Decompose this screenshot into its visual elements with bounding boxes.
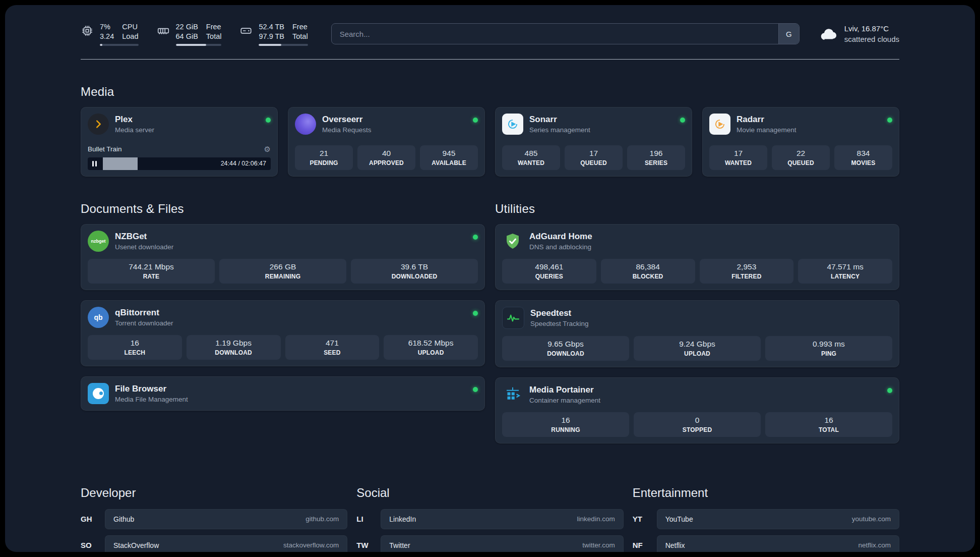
stat-label: PING: [767, 350, 890, 357]
stat-value: 744.21 Mbps: [90, 262, 213, 271]
bookmark-group-entertainment: Entertainment YT YouTube youtube.com NF …: [633, 454, 899, 552]
stat-value: 9.65 Gbps: [504, 340, 627, 349]
app-card-sonarr[interactable]: Sonarr Series management 485 WANTED 17 Q…: [495, 107, 692, 177]
bookmark-link-stackoverflow[interactable]: StackOverflow stackoverflow.com: [105, 535, 347, 552]
ram-metric: 22 GiB 64 GiB Free Total: [157, 22, 222, 46]
stat-value: 21: [297, 149, 351, 158]
stat-label: WANTED: [711, 159, 765, 166]
stat-tile: 0.993 ms PING: [765, 336, 892, 361]
app-subtitle: Usenet downloader: [115, 243, 467, 251]
bookmark-link-twitter[interactable]: Twitter twitter.com: [381, 535, 623, 552]
cpu-metric: 7% 3.24 CPU Load: [81, 22, 139, 46]
stat-value: 22: [774, 149, 828, 158]
bookmark-row: YT YouTube youtube.com: [633, 509, 899, 529]
bookmark-link-netflix[interactable]: Netflix netflix.com: [657, 535, 899, 552]
ram-values: 22 GiB 64 GiB: [176, 22, 198, 41]
stat-value: 9.24 Gbps: [636, 340, 759, 349]
disk-metric: 52.4 TB 97.9 TB Free Total: [239, 22, 308, 46]
search-input[interactable]: [332, 24, 778, 44]
app-name: Radarr: [737, 115, 881, 125]
stat-label: TOTAL: [767, 426, 890, 433]
app-card-overseerr[interactable]: Overseerr Media Requests 21 PENDING 40 A…: [288, 107, 485, 177]
bookmark-row: GH Github github.com: [81, 509, 347, 529]
weather-location: Lviv, 16.87°C: [844, 23, 899, 34]
player-progress-fill: [103, 157, 138, 170]
plex-now-playing: Bullet Train ⚙ 24:44 / 02:06:47: [88, 145, 271, 170]
stat-value: 0: [636, 416, 759, 425]
stat-tile: 22 QUEUED: [772, 145, 830, 170]
app-card-radarr[interactable]: Radarr Movie management 17 WANTED 22 QUE…: [702, 107, 899, 177]
stat-tile: 16 TOTAL: [765, 412, 892, 437]
app-name: AdGuard Home: [529, 232, 892, 242]
utilities-column: Utilities AdGuard Home DNS and adblockin…: [495, 177, 899, 454]
stat-value: 16: [504, 416, 627, 425]
dashboard-panel: 7% 3.24 CPU Load: [5, 5, 975, 552]
app-card-adguard[interactable]: AdGuard Home DNS and adblocking 498,461 …: [495, 224, 899, 290]
stat-value: 485: [504, 149, 558, 158]
bookmark-name: Github: [113, 515, 134, 523]
app-subtitle: Series management: [529, 126, 674, 134]
app-card-plex[interactable]: Plex Media server Bullet Train ⚙ 24:44 /…: [81, 107, 278, 177]
stat-label: QUERIES: [504, 273, 594, 280]
disk-icon: [239, 24, 253, 37]
bookmark-link-github[interactable]: Github github.com: [105, 509, 347, 529]
plex-icon: [88, 114, 109, 135]
status-dot: [887, 118, 892, 123]
stat-value: 471: [287, 339, 378, 348]
nzbget-icon: nzbget: [88, 231, 109, 252]
stat-value: 17: [711, 149, 765, 158]
media-grid: Plex Media server Bullet Train ⚙ 24:44 /…: [81, 107, 899, 177]
stat-value: 2,953: [702, 262, 792, 271]
pause-button[interactable]: [92, 161, 97, 166]
app-name: Plex: [115, 115, 260, 125]
stat-value: 834: [836, 149, 890, 158]
stat-value: 86,384: [603, 262, 693, 271]
app-card-filebrowser[interactable]: File Browser Media File Management: [81, 376, 485, 411]
cpu-labels: CPU Load: [122, 22, 138, 41]
stat-label: UPLOAD: [636, 350, 759, 357]
stat-label: DOWNLOADED: [353, 273, 476, 280]
bookmark-group-title: Entertainment: [633, 486, 899, 500]
bookmark-link-linkedin[interactable]: LinkedIn linkedin.com: [381, 509, 623, 529]
bookmark-name: LinkedIn: [389, 515, 416, 523]
app-card-qbittorrent[interactable]: qb qBittorrent Torrent downloader 16 LEE…: [81, 300, 485, 366]
stat-value: 945: [422, 149, 476, 158]
stat-tile: 945 AVAILABLE: [420, 145, 478, 170]
stat-tile: 834 MOVIES: [834, 145, 892, 170]
search-provider-button[interactable]: G: [778, 24, 799, 44]
gear-icon[interactable]: ⚙: [264, 145, 271, 154]
stat-label: REMAINING: [221, 273, 344, 280]
stat-tile: 16 RUNNING: [502, 412, 629, 437]
bookmark-abbr: TW: [356, 541, 381, 549]
stat-label: APPROVED: [359, 159, 413, 166]
bookmark-url: netflix.com: [858, 541, 891, 549]
stat-label: MOVIES: [836, 159, 890, 166]
app-card-speedtest[interactable]: Speedtest Speedtest Tracking 9.65 Gbps D…: [495, 300, 899, 367]
stat-tile: 471 SEED: [285, 335, 380, 360]
app-name: Sonarr: [529, 115, 674, 125]
bookmark-url: linkedin.com: [577, 515, 615, 523]
adguard-icon: [502, 231, 523, 252]
bookmark-link-youtube[interactable]: YouTube youtube.com: [657, 509, 899, 529]
bookmark-group-developer: Developer GH Github github.com SO StackO…: [81, 454, 347, 552]
stat-value: 17: [567, 149, 621, 158]
documents-column: Documents & Files nzbget NZBGet Usenet d…: [81, 177, 485, 421]
stat-tile: 196 SERIES: [627, 145, 685, 170]
app-card-portainer[interactable]: Media Portainer Container management 16 …: [495, 377, 899, 443]
stat-value: 47.571 ms: [800, 262, 890, 271]
status-dot: [473, 387, 478, 392]
player-progress-bar[interactable]: 24:44 / 02:06:47: [88, 157, 271, 170]
section-title-documents: Documents & Files: [81, 202, 485, 216]
stat-tile: 47.571 ms LATENCY: [798, 259, 892, 284]
stat-label: UPLOAD: [386, 349, 476, 356]
stat-tile: 17 WANTED: [709, 145, 767, 170]
weather-widget[interactable]: Lviv, 16.87°C scattered clouds: [820, 23, 899, 44]
app-name: qBittorrent: [115, 308, 467, 318]
ram-labels: Free Total: [206, 22, 222, 41]
stat-value: 16: [90, 339, 180, 348]
app-name: Media Portainer: [529, 385, 881, 395]
app-subtitle: DNS and adblocking: [529, 243, 892, 251]
top-bar: 7% 3.24 CPU Load: [81, 22, 899, 46]
app-subtitle: Media Requests: [322, 126, 467, 134]
app-card-nzbget[interactable]: nzbget NZBGet Usenet downloader 744.21 M…: [81, 224, 485, 290]
